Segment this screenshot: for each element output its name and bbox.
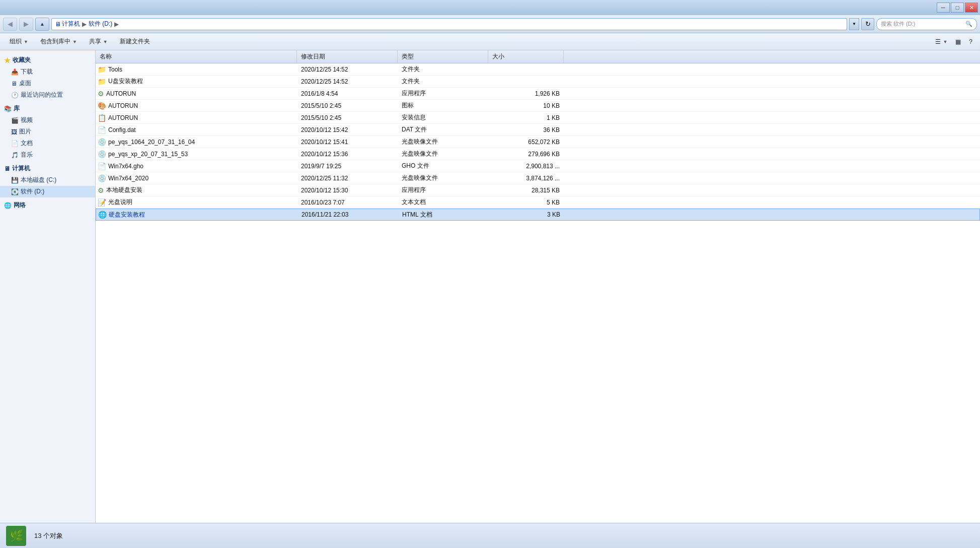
table-row[interactable]: ⚙本地硬盘安装2020/10/12 15:30应用程序28,315 KB (96, 184, 980, 196)
organize-button[interactable]: 组织 ▼ (4, 35, 34, 48)
refresh-button[interactable]: ↻ (861, 18, 874, 30)
sidebar-item-downloads[interactable]: 📥 下载 (0, 66, 95, 78)
column-headers: 名称 修改日期 类型 大小 (96, 50, 980, 63)
up-button[interactable]: ▲ (35, 18, 49, 31)
file-name-cell: 📝光盘说明 (96, 198, 297, 207)
new-folder-button[interactable]: 新建文件夹 (114, 35, 156, 48)
table-row[interactable]: 🎨AUTORUN2015/5/10 2:45图标10 KB (96, 100, 980, 112)
include-chevron-icon: ▼ (72, 39, 77, 44)
file-date-cell: 2020/12/25 14:52 (297, 66, 398, 73)
file-type-icon: ⚙ (98, 90, 104, 98)
documents-icon: 📄 (11, 140, 19, 147)
titlebar: ─ □ ✕ (0, 0, 980, 15)
search-input[interactable]: 搜索 软件 (D:) 🔍 (876, 18, 977, 30)
preview-button[interactable]: ▦ (952, 35, 964, 48)
file-type-cell: 应用程序 (398, 89, 488, 98)
computer-label: 计算机 (12, 164, 30, 173)
file-date-cell: 2019/9/7 19:25 (297, 163, 398, 170)
sidebar-favorites-header[interactable]: ★ 收藏夹 (0, 54, 95, 66)
table-row[interactable]: 💿pe_yqs_xp_20_07_31_15_532020/10/12 15:3… (96, 148, 980, 160)
file-size-cell: 2,900,813 ... (488, 163, 564, 170)
drive-d-label: 软件 (D:) (21, 187, 44, 196)
file-size-cell: 5 KB (488, 199, 564, 206)
file-name-cell: 📄Config.dat (96, 126, 297, 134)
sidebar-network-header[interactable]: 🌐 网络 (0, 199, 95, 211)
breadcrumb-sep-2: ▶ (114, 21, 119, 28)
table-row[interactable]: 📄Win7x64.gho2019/9/7 19:25GHO 文件2,900,81… (96, 160, 980, 172)
file-type-cell: 光盘映像文件 (398, 174, 488, 182)
maximize-button[interactable]: □ (951, 3, 964, 13)
sidebar-item-recent[interactable]: 🕐 最近访问的位置 (0, 89, 95, 101)
file-size-cell: 10 KB (488, 102, 564, 109)
pictures-icon: 🖼 (11, 128, 17, 135)
include-library-button[interactable]: 包含到库中 ▼ (35, 35, 83, 48)
help-button[interactable]: ? (965, 35, 976, 48)
table-row[interactable]: 💿Win7x64_20202020/12/25 11:32光盘映像文件3,874… (96, 172, 980, 184)
file-type-cell: HTML 文档 (398, 211, 489, 219)
col-header-type[interactable]: 类型 (398, 50, 488, 63)
video-label: 视频 (21, 116, 33, 124)
file-type-cell: 文件夹 (398, 77, 488, 86)
forward-button[interactable]: ▶ (19, 18, 33, 31)
statusbar: 🌿 13 个对象 (0, 523, 980, 548)
music-icon: 🎵 (11, 152, 19, 159)
file-type-cell: GHO 文件 (398, 162, 488, 170)
status-app-icon: 🌿 (6, 526, 26, 546)
sidebar-item-music[interactable]: 🎵 音乐 (0, 149, 95, 161)
sidebar-item-drive-d[interactable]: 💽 软件 (D:) (0, 186, 95, 197)
sidebar-item-desktop[interactable]: 🖥 桌面 (0, 78, 95, 89)
search-icon: 🔍 (965, 21, 972, 27)
table-row[interactable]: 📋AUTORUN2015/5/10 2:45安装信息1 KB (96, 112, 980, 124)
minimize-button[interactable]: ─ (937, 3, 950, 13)
table-row[interactable]: 🌐硬盘安装教程2016/11/21 22:03HTML 文档3 KB (96, 209, 980, 221)
desktop-label: 桌面 (19, 79, 31, 88)
table-row[interactable]: 📁U盘安装教程2020/12/25 14:52文件夹 (96, 76, 980, 88)
file-name-label: AUTORUN (108, 114, 138, 121)
sidebar-item-drive-c[interactable]: 💾 本地磁盘 (C:) (0, 174, 95, 186)
drive-d-icon: 💽 (11, 188, 19, 195)
file-type-icon: 📄 (98, 126, 106, 134)
file-name-label: 光盘说明 (108, 198, 132, 207)
back-button[interactable]: ◀ (3, 18, 17, 31)
sidebar-library-header[interactable]: 📚 库 (0, 103, 95, 114)
table-row[interactable]: ⚙AUTORUN2016/1/8 4:54应用程序1,926 KB (96, 88, 980, 100)
sidebar-computer-header[interactable]: 🖥 计算机 (0, 163, 95, 174)
new-folder-label: 新建文件夹 (120, 37, 150, 46)
file-type-icon: 📋 (98, 114, 106, 122)
table-row[interactable]: 💿pe_yqs_1064_20_07_31_16_042020/10/12 15… (96, 136, 980, 148)
table-row[interactable]: 📄Config.dat2020/10/12 15:42DAT 文件36 KB (96, 124, 980, 136)
file-size-cell: 652,072 KB (488, 139, 564, 146)
file-name-label: 本地硬盘安装 (106, 186, 142, 194)
sidebar-computer-group: 🖥 计算机 💾 本地磁盘 (C:) 💽 软件 (D:) (0, 163, 95, 197)
col-header-size[interactable]: 大小 (488, 50, 564, 63)
drive-c-icon: 💾 (11, 177, 19, 184)
file-type-cell: 应用程序 (398, 186, 488, 194)
file-type-cell: 安装信息 (398, 113, 488, 122)
file-name-cell: 💿pe_yqs_1064_20_07_31_16_04 (96, 138, 297, 146)
breadcrumb-computer-icon: 🖥 (55, 21, 61, 28)
file-date-cell: 2020/10/12 15:42 (297, 126, 398, 133)
file-name-label: Win7x64.gho (108, 163, 143, 170)
sidebar-item-pictures[interactable]: 🖼 图片 (0, 126, 95, 138)
table-row[interactable]: 📝光盘说明2016/10/23 7:07文本文档5 KB (96, 196, 980, 209)
file-name-cell: 🎨AUTORUN (96, 102, 297, 110)
share-button[interactable]: 共享 ▼ (84, 35, 113, 48)
sidebar-item-video[interactable]: 🎬 视频 (0, 114, 95, 126)
col-header-date[interactable]: 修改日期 (297, 50, 398, 63)
view-options-button[interactable]: ☰ ▼ (932, 35, 951, 48)
file-name-label: AUTORUN (108, 102, 138, 109)
breadcrumb-computer[interactable]: 计算机 (62, 20, 80, 28)
share-chevron-icon: ▼ (103, 39, 108, 44)
library-icon: 📚 (4, 105, 12, 112)
breadcrumb-drive[interactable]: 软件 (D:) (89, 20, 112, 28)
address-dropdown[interactable]: ▼ (849, 18, 859, 30)
recent-icon: 🕐 (11, 92, 19, 99)
file-name-cell: 💿Win7x64_2020 (96, 174, 297, 182)
sidebar-item-documents[interactable]: 📄 文档 (0, 138, 95, 149)
close-button[interactable]: ✕ (965, 3, 978, 13)
file-size-cell: 36 KB (488, 126, 564, 133)
col-header-name[interactable]: 名称 (96, 50, 297, 63)
file-date-cell: 2016/10/23 7:07 (297, 199, 398, 206)
sidebar-library-group: 📚 库 🎬 视频 🖼 图片 📄 文档 🎵 音乐 (0, 103, 95, 161)
table-row[interactable]: 📁Tools2020/12/25 14:52文件夹 (96, 63, 980, 76)
